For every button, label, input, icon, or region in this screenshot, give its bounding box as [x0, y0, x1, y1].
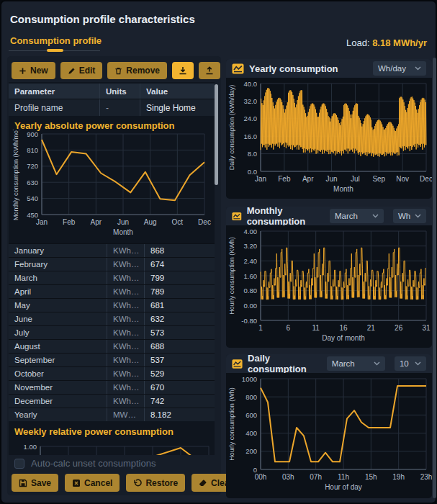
- svg-text:540: 540: [27, 194, 38, 202]
- svg-text:Day of month: Day of month: [322, 334, 364, 342]
- cancel-x-icon: [72, 479, 81, 487]
- svg-text:450: 450: [27, 211, 38, 219]
- chevron-down-icon: [415, 214, 421, 218]
- daily-consumption-chart: 00h03h07h11h15h19h23h10008006004002000Ho…: [226, 373, 432, 498]
- svg-text:03h: 03h: [282, 473, 294, 481]
- param-value: Single Home: [140, 99, 215, 116]
- daily-month-select[interactable]: March: [327, 356, 385, 371]
- svg-text:400: 400: [245, 429, 257, 437]
- svg-text:07h: 07h: [310, 473, 322, 481]
- param-table: Parameter Units Value Profile name - Sin…: [9, 84, 215, 116]
- tab-consumption-profile[interactable]: Consumption profile: [10, 35, 102, 46]
- svg-text:Jul: Jul: [351, 175, 360, 183]
- download-icon: [179, 66, 187, 75]
- action-buttons: Save Cancel Restore Clear: [12, 474, 240, 492]
- param-table-header: Parameter Units Value: [9, 84, 215, 99]
- svg-text:Daily consumption (KWh/day): Daily consumption (KWh/day): [228, 85, 235, 171]
- table-row[interactable]: OctoberKWh…529: [9, 366, 215, 380]
- svg-text:1.00: 1.00: [24, 443, 37, 451]
- remove-button[interactable]: Remove: [107, 62, 167, 79]
- svg-text:600: 600: [245, 411, 257, 419]
- restore-icon: [133, 479, 142, 487]
- card-header: Monthly consumption March Wh: [226, 207, 432, 225]
- left-panel-scrollbar[interactable]: [215, 84, 218, 185]
- monthly-consumption-chart: 1611162126314.003.202.401.600.800.00-0.8…: [226, 225, 432, 348]
- trash-icon: [114, 67, 122, 75]
- svg-text:11: 11: [312, 324, 320, 332]
- table-row[interactable]: JuneKWh…632: [9, 312, 215, 325]
- svg-text:810: 810: [27, 146, 38, 154]
- table-row[interactable]: DecemberKWh…742: [9, 394, 215, 408]
- profile-toolbar: New Edit Remove: [12, 62, 220, 79]
- weekly-relative-chart: 1.00day: [9, 436, 215, 455]
- svg-text:Feb: Feb: [278, 175, 291, 183]
- param-name: Profile name: [9, 103, 99, 113]
- chart-card-yearly: Yearly consumption Wh/day JanFebAprJunJu…: [226, 59, 432, 199]
- svg-text:-0.80: -0.80: [241, 317, 257, 325]
- svg-text:19h: 19h: [392, 473, 405, 481]
- svg-text:Nov: Nov: [396, 175, 409, 183]
- svg-text:0.80: 0.80: [244, 287, 258, 294]
- table-row[interactable]: SeptemberKWh…537: [9, 353, 215, 366]
- yearly-consumption-chart: JanFebAprJunJulSepNovDec40.032.024.016.0…: [226, 78, 432, 199]
- svg-text:15h: 15h: [365, 473, 377, 481]
- upload-icon: [205, 66, 214, 75]
- chart-card-daily: Daily consumption March 10 00h03h07h11h1…: [226, 354, 432, 498]
- table-row[interactable]: Profile name - Single Home: [9, 99, 215, 116]
- svg-text:11h: 11h: [338, 473, 349, 481]
- svg-text:900: 900: [27, 130, 38, 138]
- svg-text:Hourly consumption (KWh): Hourly consumption (KWh): [228, 237, 235, 315]
- window-scrollbar[interactable]: [433, 58, 436, 498]
- table-row[interactable]: JanuaryKWh…868: [9, 243, 215, 257]
- table-row[interactable]: JulyKWh…573: [9, 325, 215, 339]
- table-row[interactable]: MayKWh…681: [9, 298, 215, 312]
- monthly-table: JanuaryKWh…868FebruaryKWh…674MarchKWh…79…: [9, 243, 215, 421]
- table-row[interactable]: YearlyMW…8.182: [9, 408, 215, 421]
- svg-text:Jun: Jun: [117, 218, 129, 226]
- new-button[interactable]: New: [12, 62, 55, 79]
- monthly-month-select[interactable]: March: [330, 209, 384, 223]
- load-summary: Load: 8.18 MWh/yr: [346, 37, 427, 48]
- svg-text:Month: Month: [113, 228, 133, 236]
- chevron-down-icon: [374, 361, 380, 366]
- chevron-down-icon: [415, 361, 421, 366]
- svg-text:Apr: Apr: [302, 175, 314, 183]
- edit-button[interactable]: Edit: [60, 62, 103, 79]
- svg-text:4.00: 4.00: [244, 228, 258, 235]
- eraser-icon: [199, 479, 207, 487]
- upload-button[interactable]: [199, 62, 220, 79]
- card-header: Yearly consumption Wh/day: [226, 59, 432, 78]
- chevron-down-icon: [415, 66, 421, 71]
- table-row[interactable]: FebruaryKWh…674: [9, 257, 215, 271]
- svg-text:00h: 00h: [255, 473, 267, 481]
- profile-editor-panel: New Edit Remove Parameter Units: [7, 56, 221, 495]
- svg-text:1000: 1000: [242, 375, 257, 383]
- svg-text:32.0: 32.0: [244, 97, 258, 105]
- svg-text:0.00: 0.00: [244, 302, 258, 310]
- page-title: Consumption profile characteristics: [10, 13, 195, 25]
- svg-text:24.0: 24.0: [244, 114, 258, 122]
- cancel-button[interactable]: Cancel: [65, 474, 120, 492]
- monthly-unit-select[interactable]: Wh: [393, 209, 426, 223]
- daily-count-select[interactable]: 10: [395, 356, 426, 371]
- table-row[interactable]: NovemberKWh…670: [9, 380, 215, 394]
- card-title: Daily consumption: [248, 353, 322, 374]
- load-label: Load:: [346, 37, 370, 48]
- save-button[interactable]: Save: [12, 474, 58, 492]
- svg-text:630: 630: [27, 179, 38, 186]
- table-row[interactable]: AprilKWh…789: [9, 284, 215, 298]
- tab-active-indicator: [47, 49, 63, 52]
- chart-line-icon: [232, 63, 244, 74]
- weekly-relative-chart-clip: 1.00day: [9, 436, 215, 455]
- table-row[interactable]: AugustKWh…688: [9, 339, 215, 353]
- pencil-icon: [68, 67, 76, 75]
- yearly-unit-select[interactable]: Wh/day: [373, 61, 426, 76]
- svg-text:0: 0: [253, 466, 257, 474]
- autocalc-checkbox[interactable]: [14, 459, 24, 469]
- save-icon: [19, 479, 27, 487]
- card-header: Daily consumption March 10: [226, 354, 432, 373]
- svg-text:Sep: Sep: [372, 175, 385, 183]
- restore-button[interactable]: Restore: [126, 474, 185, 492]
- table-row[interactable]: MarchKWh…799: [9, 271, 215, 284]
- download-button[interactable]: [172, 62, 194, 79]
